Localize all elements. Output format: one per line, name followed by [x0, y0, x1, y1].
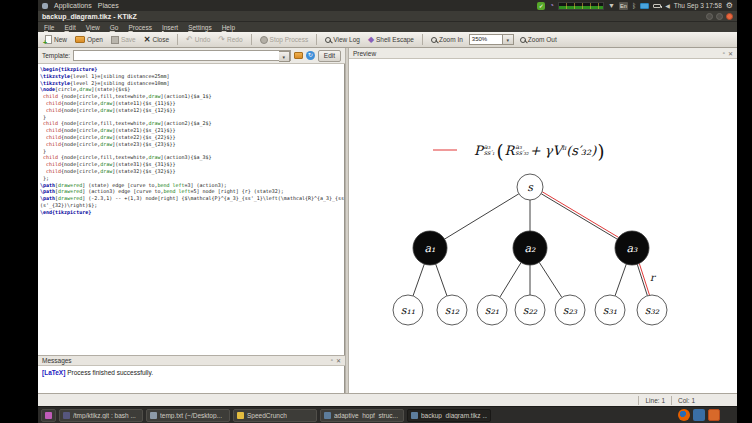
code-line: child{node[circle,draw](state23){$s_{23}…	[40, 141, 338, 148]
window-title: backup_diagram.tikz - KTikZ	[42, 13, 137, 20]
minimize-button[interactable]	[706, 13, 713, 20]
show-desktop-icon	[45, 412, 52, 419]
zoom-in-button[interactable]: Zoom In	[429, 35, 465, 44]
redo-button[interactable]: ↷Redo	[216, 34, 244, 45]
time-tracker-icon[interactable]: ◔	[549, 2, 554, 10]
blue-app-icon[interactable]	[693, 409, 705, 421]
app-icon	[411, 412, 418, 419]
preview-float-icon[interactable]: ▫	[723, 50, 725, 57]
desktop: Applications Places ✓ ◔ ▼ En ᛒ ◀ Thu Sep…	[38, 0, 737, 423]
edge-s-a1	[445, 194, 519, 239]
close-file-button[interactable]: ✕Close	[142, 34, 171, 45]
stop-process-button[interactable]: Stop Process	[258, 35, 311, 45]
menu-settings[interactable]: Settings	[188, 24, 212, 31]
edge-a1-s11	[413, 264, 424, 296]
bluetooth-icon[interactable]: ᛒ	[632, 2, 636, 9]
red-edge-a3-s32	[639, 264, 649, 296]
code-line: \path[draw=red] (-2.3,1) -- +(1,3) node[…	[40, 195, 338, 202]
zoom-level-combobox[interactable]: 350% ▾	[469, 34, 514, 45]
network-icon[interactable]: ▼	[608, 2, 615, 9]
maximize-button[interactable]	[716, 13, 723, 20]
keyboard-layout-indicator[interactable]: En	[619, 2, 628, 10]
code-line: }	[40, 148, 338, 155]
code-line: child{node[circle,draw](state32){$s_{32}…	[40, 168, 338, 175]
undo-button[interactable]: ↶Undo	[184, 34, 212, 45]
open-button[interactable]: Open	[73, 35, 105, 44]
code-line: child{node[circle,draw](state12){$s_{12}…	[40, 107, 338, 114]
menu-view[interactable]: View	[86, 24, 100, 31]
places-menu[interactable]: Places	[98, 2, 119, 9]
menu-help[interactable]: Help	[222, 24, 235, 31]
taskbar-window-button[interactable]: /tmp/ktikz.git : bash ...	[59, 409, 143, 422]
menu-bar: FileEditViewGoProcessInsertSettingsHelp	[38, 22, 737, 32]
orange-app-icon[interactable]	[708, 409, 720, 421]
toolbar: New Open Save ✕Close ↶Undo ↷Redo Stop Pr…	[38, 32, 737, 48]
diagram-node-label-a2: a₂	[525, 242, 537, 255]
template-combobox[interactable]: ▾	[73, 50, 291, 61]
applications-menu[interactable]: Applications	[54, 2, 92, 9]
shell-escape-button[interactable]: ◆Shell Escape	[366, 34, 416, 45]
stop-process-icon	[260, 36, 268, 44]
template-open-icon[interactable]	[294, 52, 303, 59]
template-row: Template: ▾ ↻ Edit	[38, 48, 345, 64]
preview-pane: sa₁a₂a₃s₁₁s₁₂s₂₁s₂₂s₂₃s₃₁s₃₂r P a₃ss′₁ (…	[349, 59, 737, 393]
diagram-node-label-s12: s₁₂	[445, 304, 460, 317]
clock[interactable]: Thu Sep 3 17:58	[674, 2, 722, 9]
messages-float-icon[interactable]: ▫	[331, 357, 333, 364]
code-editor[interactable]: \begin{tikzpicture}\tikzstyle{level 1}=[…	[38, 64, 345, 355]
code-line: child {node[circle,fill,text=white,draw]…	[40, 120, 338, 127]
session-gear-icon[interactable]: ⚙	[726, 2, 733, 10]
preview-close-icon[interactable]: ✕	[728, 50, 733, 57]
update-ok-icon[interactable]: ✓	[537, 2, 545, 10]
app-icon	[237, 412, 244, 419]
taskbar-window-button[interactable]: SpeedCrunch	[233, 409, 317, 422]
volume-icon[interactable]: ◀	[665, 2, 670, 9]
menu-edit[interactable]: Edit	[65, 24, 76, 31]
battery-icon[interactable]	[653, 4, 661, 8]
menu-process[interactable]: Process	[128, 24, 152, 31]
taskbar-window-button[interactable]: temp.txt (~/Desktop...	[146, 409, 230, 422]
code-line: (s'_{32})\right)$};	[40, 202, 338, 209]
system-monitor-graph[interactable]	[558, 2, 604, 10]
applications-menu-icon	[42, 3, 48, 9]
display-icon[interactable]	[640, 3, 649, 9]
menu-insert[interactable]: Insert	[162, 24, 178, 31]
save-button[interactable]: Save	[109, 35, 138, 45]
firefox-icon[interactable]	[678, 409, 690, 421]
diagram-node-label-s22: s₂₂	[523, 304, 538, 317]
messages-close-icon[interactable]: ✕	[336, 357, 341, 364]
view-log-button[interactable]: View Log	[323, 35, 362, 44]
template-refresh-icon[interactable]: ↻	[306, 51, 315, 60]
menu-go[interactable]: Go	[110, 24, 119, 31]
template-dropdown-icon[interactable]: ▾	[279, 51, 290, 62]
preview-dock-header: Preview ▫ ✕	[349, 48, 737, 59]
shell-escape-icon: ◆	[368, 35, 374, 44]
message-text: Process finished successfully.	[65, 369, 153, 376]
reward-edge-label: r	[650, 272, 657, 283]
zoom-level-dropdown-icon[interactable]: ▾	[503, 34, 514, 45]
zoom-in-icon	[431, 37, 437, 43]
formula-red-line	[433, 149, 457, 151]
diagram-node-label-s31: s₃₁	[603, 304, 617, 317]
menu-file[interactable]: File	[44, 24, 55, 31]
show-desktop-button[interactable]	[41, 409, 56, 422]
taskbar-window-button[interactable]: adaptive_hopf_struc...	[320, 409, 404, 422]
zoom-out-button[interactable]: Zoom Out	[518, 35, 559, 44]
taskbar-window-label: SpeedCrunch	[247, 412, 287, 419]
diagram-node-label-s21: s₂₁	[485, 304, 499, 317]
taskbar-window-label: temp.txt (~/Desktop...	[160, 412, 222, 419]
formula-lparen: (	[497, 139, 504, 162]
taskbar-window-button[interactable]: backup_diagram.tikz ...	[407, 409, 491, 422]
code-line: child{node[circle,draw](state22){$s_{22}…	[40, 134, 338, 141]
code-line: \path[draw=red] (action3) edge [curve to…	[40, 188, 338, 195]
messages-dock-icons: ▫ ✕	[331, 357, 341, 364]
template-edit-button[interactable]: Edit	[318, 50, 341, 62]
formula-R: R	[505, 143, 515, 158]
code-line: child{node[circle,draw](state21){$s_{21}…	[40, 127, 338, 134]
diagram-node-label-s23: s₂₃	[563, 304, 578, 317]
title-bar: backup_diagram.tikz - KTikZ	[38, 11, 737, 22]
zoom-level-value: 350%	[469, 34, 503, 45]
new-button[interactable]: New	[43, 34, 69, 45]
formula-P: P	[474, 143, 483, 158]
close-button[interactable]	[726, 13, 733, 20]
